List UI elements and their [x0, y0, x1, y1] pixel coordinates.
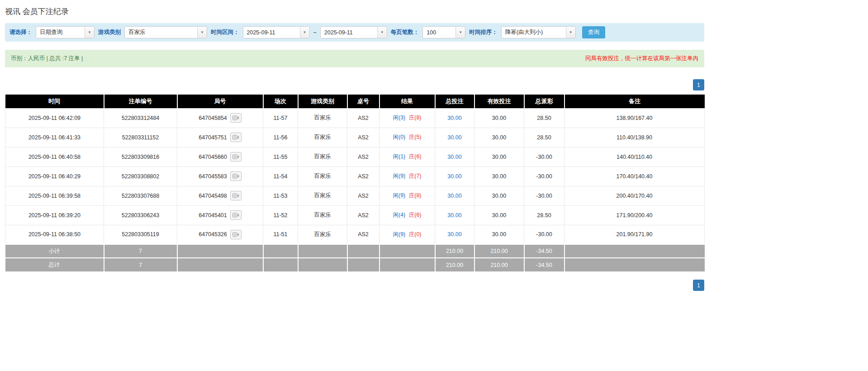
total-bet-link[interactable]: 30.00: [447, 173, 461, 180]
bet-id-cell: 522803311152: [104, 128, 177, 147]
total-bet-cell: 30.00: [435, 147, 474, 166]
column-header-bet-id: 注单编号: [104, 95, 177, 108]
result-banker: 庄(6): [409, 153, 422, 160]
session-cell: 11-57: [263, 108, 298, 128]
page-size-input[interactable]: [423, 27, 455, 38]
page-button[interactable]: 1: [693, 280, 704, 291]
round-replay-icon[interactable]: [230, 133, 242, 142]
payout-cell: -30.00: [524, 186, 564, 205]
round-replay-icon[interactable]: [230, 191, 242, 200]
total-bet-link[interactable]: 30.00: [447, 134, 461, 141]
valid-bet-cell: 30.00: [474, 147, 524, 166]
result-banker: 庄(8): [409, 114, 422, 121]
chevron-down-icon[interactable]: ▼: [85, 27, 94, 38]
result-player: 闲(3): [393, 114, 405, 121]
game-type-label: 游戏类别: [98, 29, 121, 36]
table-row: 2025-09-11 06:42:09 522803312484 6470458…: [5, 108, 705, 128]
result-player: 闲(9): [393, 173, 405, 179]
table-no-cell: AS2: [347, 166, 379, 186]
bet-id-cell: 522803308802: [104, 166, 177, 186]
remark-cell: 170.40/140.40: [564, 166, 705, 186]
time-cell: 2025-09-11 06:40:58: [5, 147, 104, 166]
table-row: 2025-09-11 06:40:58 522803309816 6470456…: [5, 147, 705, 166]
round-id-value: 647045854: [199, 115, 227, 121]
result-banker: 庄(7): [409, 173, 422, 179]
payout-cell: -30.00: [524, 225, 564, 244]
chevron-down-icon[interactable]: ▼: [566, 27, 575, 38]
column-header-remark: 备注: [564, 95, 705, 108]
game-type-input[interactable]: [125, 27, 197, 38]
column-header-valid-bet: 有效投注: [474, 95, 524, 108]
total-bet-link[interactable]: 30.00: [447, 212, 461, 219]
sort-order-label: 时间排序：: [469, 29, 498, 36]
result-player: 闲(4): [393, 212, 405, 218]
valid-bet-cell: 30.00: [474, 186, 524, 205]
bet-id-cell: 522803305119: [104, 225, 177, 244]
round-id-value: 647045583: [199, 173, 227, 180]
chevron-down-icon[interactable]: ▼: [377, 27, 387, 38]
result-cell: 闲(1) 庄(6): [379, 147, 435, 166]
round-id-value: 647045751: [199, 134, 227, 141]
select-type-combo: ▼: [36, 26, 95, 38]
game-type-cell: 百家乐: [298, 225, 347, 244]
column-header-result: 结果: [379, 95, 435, 108]
search-button[interactable]: 查询: [582, 26, 605, 38]
date-to-input[interactable]: [321, 27, 377, 38]
time-cell: 2025-09-11 06:40:29: [5, 166, 104, 186]
chevron-down-icon[interactable]: ▼: [197, 27, 207, 38]
result-banker: 庄(5): [409, 134, 422, 140]
total-bet-link[interactable]: 30.00: [447, 193, 461, 199]
page-button[interactable]: 1: [693, 79, 704, 90]
result-cell: 闲(4) 庄(6): [379, 205, 435, 225]
round-id-value: 647045326: [199, 231, 227, 238]
sort-order-combo: ▼: [501, 26, 576, 38]
round-replay-icon[interactable]: [230, 113, 242, 123]
payout-cell: -30.00: [524, 166, 564, 186]
round-replay-icon[interactable]: [230, 210, 242, 220]
total-bet-link[interactable]: 30.00: [447, 115, 461, 121]
result-player: 闲(9): [393, 231, 405, 238]
pagination-bottom: 1: [5, 280, 704, 291]
sort-order-input[interactable]: [502, 27, 566, 38]
session-cell: 11-53: [263, 186, 298, 205]
footer-total-bet: 210.00: [435, 244, 474, 258]
time-cell: 2025-09-11 06:41:33: [5, 128, 104, 147]
time-cell: 2025-09-11 06:42:09: [5, 108, 104, 128]
valid-bet-cell: 30.00: [474, 225, 524, 244]
page-size-combo: ▼: [422, 26, 465, 38]
table-row: 2025-09-11 06:39:58 522803307688 6470454…: [5, 186, 705, 205]
result-cell: 闲(9) 庄(7): [379, 166, 435, 186]
round-id-cell: 647045326: [177, 225, 263, 244]
result-banker: 庄(0): [409, 231, 422, 238]
total-bet-link[interactable]: 30.00: [447, 231, 461, 238]
payout-cell: 28.50: [524, 128, 564, 147]
round-replay-icon[interactable]: [230, 152, 242, 162]
select-type-label: 请选择：: [9, 29, 32, 36]
game-type-cell: 百家乐: [298, 205, 347, 225]
total-bet-cell: 30.00: [435, 205, 474, 225]
table-no-cell: AS2: [347, 147, 379, 166]
chevron-down-icon[interactable]: ▼: [455, 27, 465, 38]
chevron-down-icon[interactable]: ▼: [300, 27, 309, 38]
table-footer: 小计 7 210.00 210.00 -34.50 总计 7 210.00 21…: [5, 244, 705, 271]
column-header-game-type: 游戏类别: [298, 95, 347, 108]
session-cell: 11-51: [263, 225, 298, 244]
table-row: 2025-09-11 06:39:20 522803306243 6470454…: [5, 205, 705, 225]
total-bet-link[interactable]: 30.00: [447, 154, 461, 160]
session-cell: 11-56: [263, 128, 298, 147]
bets-table: 时间 注单编号 局号 场次 游戏类别 桌号 结果 总投注 有效投注 总派彩 备注…: [5, 95, 705, 271]
total-bet-cell: 30.00: [435, 166, 474, 186]
total-row: 总计 7 210.00 210.00 -34.50: [5, 258, 705, 271]
round-replay-icon[interactable]: [230, 171, 242, 181]
page-title: 视讯 会员下注纪录: [5, 6, 704, 17]
summary-note: 同局有效投注，统一计算在该局第一张注单内: [585, 55, 698, 62]
select-type-input[interactable]: [36, 27, 85, 38]
footer-total-bet: 210.00: [435, 258, 474, 271]
page-size-label: 每页笔数：: [391, 29, 419, 36]
column-header-session: 场次: [263, 95, 298, 108]
round-replay-icon[interactable]: [230, 230, 242, 239]
game-type-cell: 百家乐: [298, 166, 347, 186]
bet-id-cell: 522803309816: [104, 147, 177, 166]
date-from-input[interactable]: [243, 27, 300, 38]
round-id-value: 647045498: [199, 193, 227, 199]
